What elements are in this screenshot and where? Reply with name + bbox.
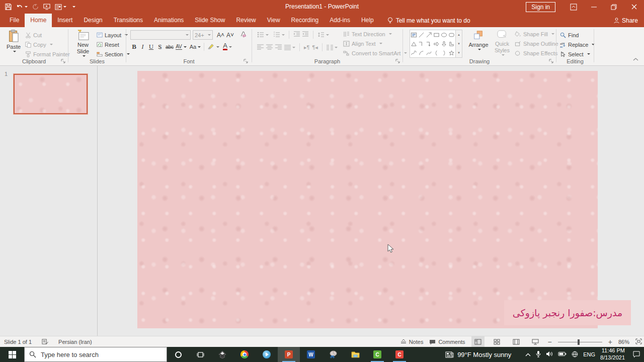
taskbar-file-explorer-button[interactable] bbox=[344, 347, 366, 362]
collapse-ribbon-icon[interactable] bbox=[633, 56, 638, 62]
new-slide-button[interactable]: New Slide bbox=[72, 30, 94, 57]
spell-check-icon[interactable] bbox=[42, 338, 48, 346]
zoom-slider[interactable] bbox=[558, 342, 602, 342]
scribble-shape-icon[interactable] bbox=[411, 50, 417, 56]
align-text-button[interactable]: Align Text bbox=[343, 39, 407, 48]
arc-shape-icon[interactable] bbox=[418, 50, 425, 56]
slide-canvas[interactable] bbox=[137, 71, 598, 328]
numbering-button[interactable] bbox=[273, 32, 285, 38]
down-arrow-shape-icon[interactable] bbox=[441, 41, 447, 47]
character-spacing-button[interactable]: AV bbox=[176, 44, 187, 50]
reading-view-button[interactable] bbox=[510, 336, 523, 347]
tell-me-box[interactable]: Tell me what you want to do bbox=[387, 14, 470, 27]
star-shape-icon[interactable] bbox=[448, 50, 455, 56]
section-button[interactable]: Section bbox=[97, 49, 130, 59]
action-center-icon[interactable] bbox=[633, 351, 640, 358]
ribbon-display-options-button[interactable] bbox=[564, 0, 584, 14]
notes-button[interactable]: Notes bbox=[400, 339, 424, 345]
taskbar-capture-tool-button[interactable] bbox=[322, 347, 344, 362]
paste-button[interactable]: Paste bbox=[4, 30, 23, 52]
tab-view[interactable]: View bbox=[262, 14, 286, 27]
tab-help[interactable]: Help bbox=[356, 14, 379, 27]
tab-transitions[interactable]: Transitions bbox=[108, 14, 148, 27]
strikethrough-button[interactable]: abc bbox=[166, 44, 174, 50]
arrange-button[interactable]: Arrange bbox=[467, 30, 490, 50]
taskbar-powerpoint-button[interactable]: P bbox=[278, 347, 300, 362]
taskbar-cortana-button[interactable] bbox=[167, 347, 189, 362]
tab-design[interactable]: Design bbox=[78, 14, 108, 27]
taskbar-chrome-button[interactable] bbox=[233, 347, 256, 362]
input-language[interactable]: ENG bbox=[583, 351, 595, 357]
shapes-scroll-up-icon[interactable]: ▲ bbox=[456, 30, 462, 39]
taskbar-clock[interactable]: 11:46 PM 8/13/2021 bbox=[600, 347, 625, 361]
bullets-button[interactable] bbox=[257, 32, 269, 38]
battery-icon[interactable] bbox=[558, 351, 567, 357]
volume-icon[interactable] bbox=[546, 351, 553, 358]
sign-in-button[interactable]: Sign in bbox=[526, 2, 555, 12]
minimize-button[interactable] bbox=[584, 0, 604, 14]
weather-widget[interactable]: 99°F Mostly sunny bbox=[445, 351, 511, 358]
restore-button[interactable] bbox=[604, 0, 624, 14]
bold-button[interactable]: B bbox=[130, 43, 138, 51]
share-button[interactable]: Share bbox=[614, 14, 638, 27]
italic-button[interactable]: I bbox=[139, 43, 146, 51]
shapes-gallery[interactable] bbox=[410, 30, 456, 58]
tab-slide-show[interactable]: Slide Show bbox=[189, 14, 230, 27]
tab-recording[interactable]: Recording bbox=[286, 14, 325, 27]
textbox-shape-icon[interactable] bbox=[411, 32, 417, 38]
comments-button[interactable]: Comments bbox=[429, 339, 465, 345]
align-left-button[interactable] bbox=[257, 44, 264, 51]
triangle-shape-icon[interactable] bbox=[411, 41, 417, 47]
rounded-rectangle-shape-icon[interactable] bbox=[448, 32, 455, 38]
tab-file[interactable]: File bbox=[4, 14, 25, 27]
format-painter-button[interactable]: Format Painter bbox=[25, 49, 70, 59]
curve-shape-icon[interactable] bbox=[426, 50, 432, 56]
elbow-arrow-connector-shape-icon[interactable] bbox=[426, 41, 432, 47]
reset-button[interactable]: Reset bbox=[97, 40, 130, 49]
slide-sorter-view-button[interactable] bbox=[491, 336, 504, 347]
zoom-in-button[interactable]: + bbox=[608, 338, 612, 346]
text-highlight-button[interactable] bbox=[207, 43, 219, 50]
align-right-button[interactable] bbox=[275, 44, 282, 51]
right-arrow-shape-icon[interactable] bbox=[433, 41, 440, 47]
right-to-left-direction-button[interactable]: ¶◂ bbox=[312, 44, 317, 51]
panel-splitter[interactable] bbox=[97, 66, 98, 336]
tab-animations[interactable]: Animations bbox=[148, 14, 189, 27]
taskbar-search-box[interactable] bbox=[24, 347, 167, 362]
language-indicator[interactable]: Persian (Iran) bbox=[58, 339, 92, 345]
increase-font-size-button[interactable]: A˄ bbox=[217, 32, 224, 39]
drawing-dialog-launcher-icon[interactable] bbox=[549, 58, 554, 63]
taskbar-word-button[interactable]: W bbox=[300, 347, 322, 362]
decrease-indent-button[interactable] bbox=[293, 31, 300, 38]
left-brace-shape-icon[interactable] bbox=[433, 50, 440, 56]
oval-shape-icon[interactable] bbox=[441, 32, 447, 38]
quick-styles-button[interactable]: Quick Styles bbox=[491, 30, 514, 56]
corner-shape-icon[interactable] bbox=[448, 41, 455, 47]
zoom-out-button[interactable]: − bbox=[548, 338, 552, 346]
shapes-more-icon[interactable]: ▼ bbox=[456, 48, 462, 57]
change-case-button[interactable]: Aa bbox=[190, 44, 201, 50]
left-to-right-direction-button[interactable]: ▸¶ bbox=[304, 44, 309, 51]
search-input[interactable] bbox=[41, 351, 156, 358]
font-color-button[interactable]: A bbox=[223, 43, 232, 50]
text-shadow-button[interactable]: S bbox=[156, 43, 164, 51]
paragraph-dialog-launcher-icon[interactable] bbox=[395, 58, 400, 63]
tab-review[interactable]: Review bbox=[230, 14, 261, 27]
taskbar-inkscape-button[interactable] bbox=[211, 347, 233, 362]
decrease-font-size-button[interactable]: A˅ bbox=[226, 32, 234, 39]
hidden-icons-chevron[interactable] bbox=[525, 351, 531, 357]
arrow-shape-icon[interactable] bbox=[426, 32, 432, 38]
taskbar-media-player-button[interactable] bbox=[256, 347, 278, 362]
shapes-scroll-down-icon[interactable]: ▼ bbox=[456, 39, 462, 48]
copy-button[interactable]: Copy bbox=[25, 40, 70, 49]
select-button[interactable]: Select bbox=[560, 49, 595, 59]
text-direction-button[interactable]: Text Direction bbox=[343, 29, 407, 39]
clipboard-dialog-launcher-icon[interactable] bbox=[61, 58, 66, 63]
normal-view-button[interactable] bbox=[471, 336, 485, 347]
network-icon[interactable] bbox=[572, 351, 578, 358]
microphone-icon[interactable] bbox=[536, 350, 541, 358]
rectangle-shape-icon[interactable] bbox=[433, 32, 440, 38]
font-name-combobox[interactable] bbox=[130, 30, 191, 40]
clear-formatting-button[interactable] bbox=[239, 31, 246, 39]
elbow-connector-shape-icon[interactable] bbox=[418, 41, 425, 47]
